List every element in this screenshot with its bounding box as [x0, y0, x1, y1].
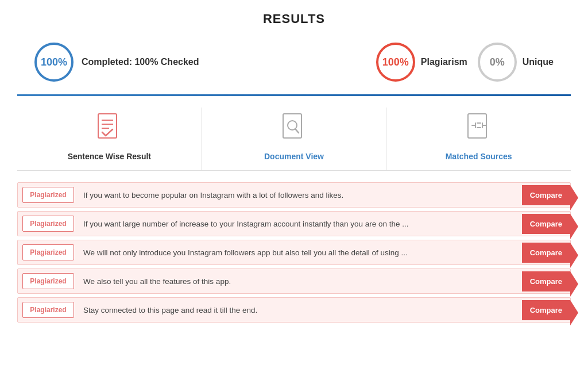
table-row: Plagiarized We will not only introduce y…	[17, 240, 571, 265]
compare-wrapper: Compare	[522, 271, 570, 291]
table-row: Plagiarized We also tell you all the fea…	[17, 268, 571, 294]
stat-right: 100% Plagiarism 0% Unique	[376, 43, 554, 82]
table-row: Plagiarized Stay connected to this page …	[17, 297, 571, 323]
plagiarism-circle: 100%	[376, 43, 415, 82]
compare-label: Compare	[530, 306, 562, 314]
plagiarized-badge: Plagiarized	[22, 302, 74, 318]
compare-button[interactable]: Compare	[522, 214, 570, 234]
plagiarized-badge: Plagiarized	[22, 187, 74, 203]
tab-document-label: Document View	[264, 152, 324, 161]
matched-icon	[466, 113, 492, 147]
compare-wrapper: Compare	[522, 300, 570, 320]
result-text: Stay connected to this page and read it …	[80, 301, 522, 319]
page-wrapper: RESULTS 100% Completed: 100% Checked 100…	[0, 0, 588, 334]
result-text: We will not only introduce you Instagram…	[80, 244, 522, 262]
unique-label: Unique	[523, 57, 554, 67]
tab-matched[interactable]: Matched Sources	[386, 108, 571, 170]
result-text: If you want to become popular on Instagr…	[80, 186, 522, 204]
plagiarism-label: Plagiarism	[421, 57, 467, 67]
plagiarized-badge: Plagiarized	[22, 273, 74, 289]
tab-sentence-label: Sentence Wise Result	[68, 152, 151, 161]
divider	[17, 94, 571, 96]
compare-label: Compare	[530, 220, 562, 228]
unique-stat: 0% Unique	[478, 43, 554, 82]
table-row: Plagiarized If you want to become popula…	[17, 182, 571, 208]
compare-label: Compare	[530, 277, 562, 286]
tab-document[interactable]: Document View	[202, 108, 387, 170]
compare-button[interactable]: Compare	[522, 243, 570, 263]
document-icon	[281, 113, 307, 147]
page-title: RESULTS	[17, 11, 571, 26]
completed-label: Completed: 100% Checked	[82, 57, 199, 67]
result-text: If you want large number of increase to …	[80, 215, 522, 233]
view-tabs: Sentence Wise Result Document View	[17, 108, 571, 171]
svg-rect-4	[283, 114, 301, 138]
table-row: Plagiarized If you want large number of …	[17, 211, 571, 236]
plagiarized-badge: Plagiarized	[22, 216, 74, 232]
tab-matched-label: Matched Sources	[446, 152, 512, 161]
tab-sentence[interactable]: Sentence Wise Result	[17, 108, 202, 170]
plagiarized-badge: Plagiarized	[22, 244, 74, 260]
compare-wrapper: Compare	[522, 185, 570, 205]
results-list: Plagiarized If you want to become popula…	[17, 182, 571, 323]
compare-button[interactable]: Compare	[522, 300, 570, 320]
compare-wrapper: Compare	[522, 214, 570, 234]
compare-label: Compare	[530, 248, 562, 257]
compare-label: Compare	[530, 191, 562, 199]
compare-button[interactable]: Compare	[522, 271, 570, 291]
plagiarism-stat: 100% Plagiarism	[376, 43, 467, 82]
unique-circle: 0%	[478, 43, 517, 82]
completed-circle: 100%	[34, 43, 74, 82]
stat-left: 100% Completed: 100% Checked	[34, 43, 199, 82]
sentence-icon	[96, 113, 122, 147]
compare-wrapper: Compare	[522, 243, 570, 263]
stats-bar: 100% Completed: 100% Checked 100% Plagia…	[17, 37, 571, 87]
compare-button[interactable]: Compare	[522, 185, 570, 205]
result-text: We also tell you all the features of thi…	[80, 273, 522, 290]
